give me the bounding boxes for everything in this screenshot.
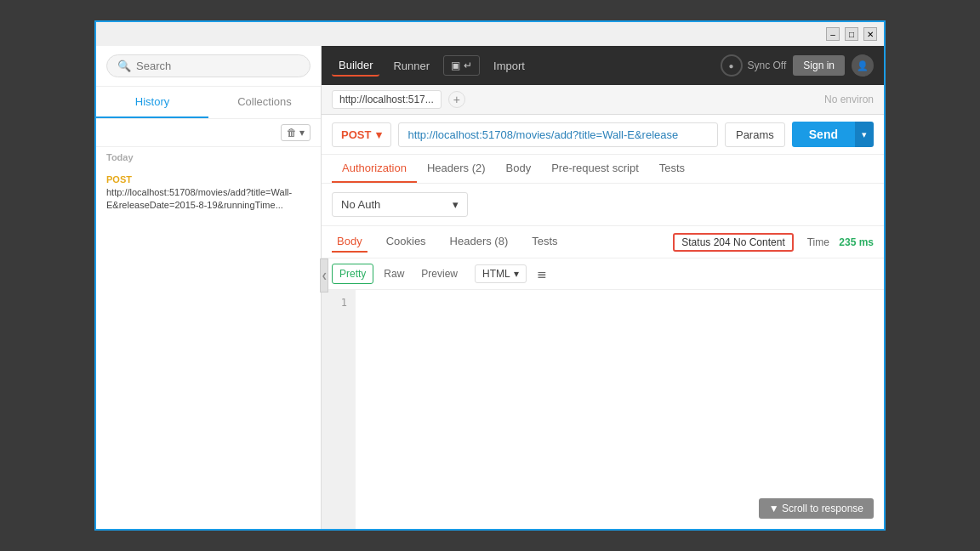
resp-tab-bar: Body Cookies Headers (8) Tests Status 20…: [322, 226, 884, 258]
url-bar: http://localhost:517... + No environ: [322, 85, 884, 115]
resp-tab-headers[interactable]: Headers (8): [445, 231, 514, 253]
sync-off-label: Sync Off: [748, 60, 787, 71]
add-tab-button[interactable]: +: [448, 91, 465, 108]
request-tabs: Authorization Headers (2) Body Pre-reque…: [322, 155, 884, 184]
auth-type-label: No Auth: [341, 198, 380, 211]
tab-headers[interactable]: Headers (2): [417, 155, 496, 183]
time-info: Time 235 ms: [807, 236, 874, 248]
params-button[interactable]: Params: [725, 122, 785, 147]
maximize-button[interactable]: □: [845, 27, 858, 41]
clear-history-button[interactable]: 🗑 ▾: [281, 124, 311, 141]
sidebar: 🔍 History Collections 🗑 ▾ Today POST h: [96, 46, 322, 529]
tab-pre-request-script[interactable]: Pre-request script: [541, 155, 649, 183]
tab-authorization[interactable]: Authorization: [332, 155, 417, 183]
status-value: 204 No Content: [714, 236, 785, 248]
sidebar-tab-history[interactable]: History: [96, 87, 208, 118]
import-button[interactable]: Import: [487, 56, 532, 76]
url-input[interactable]: [398, 122, 718, 147]
new-tab-icon: ▣: [451, 60, 460, 71]
minimize-button[interactable]: –: [826, 27, 840, 41]
no-environ-label: No environ: [824, 94, 874, 105]
time-label: Time: [807, 236, 829, 248]
body-view-preview[interactable]: Preview: [414, 264, 464, 283]
top-bar: Builder Runner ▣ ↵ Import ● Sync Off Sig…: [322, 46, 884, 85]
main-panel: Builder Runner ▣ ↵ Import ● Sync Off Sig…: [322, 46, 884, 529]
line-numbers: 1: [322, 290, 356, 529]
auth-type-select[interactable]: No Auth ▾: [332, 192, 468, 217]
response-area: Body Cookies Headers (8) Tests Status 20…: [322, 226, 884, 529]
search-input-wrap[interactable]: 🔍: [106, 54, 311, 77]
tab-body[interactable]: Body: [496, 155, 542, 183]
code-area: 1 ▼ Scroll to response: [322, 290, 884, 529]
close-button[interactable]: ✕: [863, 27, 877, 41]
search-icon: 🔍: [117, 60, 131, 72]
search-bar: 🔍: [96, 46, 321, 87]
sidebar-tabs: History Collections: [96, 87, 321, 119]
history-method: POST: [106, 174, 311, 185]
sidebar-collapse-handle[interactable]: ❮: [320, 258, 328, 293]
search-input[interactable]: [136, 60, 299, 72]
sidebar-tab-collections[interactable]: Collections: [208, 87, 321, 118]
resp-tab-tests[interactable]: Tests: [527, 231, 562, 253]
new-tab-button[interactable]: ▣ ↵: [443, 55, 480, 76]
history-section-label: Today: [96, 147, 321, 168]
wrap-icon[interactable]: ≣: [537, 267, 547, 281]
avatar[interactable]: 👤: [852, 54, 874, 77]
method-select[interactable]: POST ▾: [332, 122, 391, 147]
method-chevron-icon: ▾: [376, 128, 382, 141]
body-view-pretty[interactable]: Pretty: [332, 264, 373, 284]
status-badge: Status 204 No Content: [673, 233, 793, 252]
html-format-label: HTML: [482, 268, 510, 280]
send-button[interactable]: Send: [792, 122, 855, 147]
scroll-to-response-button[interactable]: ▼ Scroll to response: [759, 498, 874, 519]
auth-area: No Auth ▾: [322, 184, 884, 226]
resp-tab-cookies[interactable]: Cookies: [381, 231, 431, 253]
title-bar: – □ ✕: [96, 22, 884, 46]
request-area: POST ▾ Params Send ▾: [322, 115, 884, 155]
send-dropdown-button[interactable]: ▾: [855, 122, 874, 147]
sync-icon: ●: [721, 54, 743, 77]
request-tab-pill[interactable]: http://localhost:517...: [332, 90, 442, 109]
history-url: http://localhost:51708/movies/add?title=…: [106, 186, 311, 213]
app-window: – □ ✕ 🔍 History Collections 🗑 ▾: [94, 20, 886, 531]
sign-in-button[interactable]: Sign in: [793, 55, 845, 76]
line-number: 1: [322, 297, 347, 309]
enter-icon: ↵: [464, 60, 472, 71]
sync-area: ● Sync Off: [721, 54, 787, 77]
resp-tab-body[interactable]: Body: [332, 231, 368, 253]
tab-tests[interactable]: Tests: [649, 155, 695, 183]
time-value: 235 ms: [839, 236, 874, 248]
body-view-raw[interactable]: Raw: [377, 264, 411, 283]
method-label: POST: [341, 128, 371, 141]
status-label: Status: [681, 236, 710, 248]
body-view-tabs: Pretty Raw Preview HTML ▾ ≣: [322, 258, 884, 290]
send-btn-group: Send ▾: [792, 122, 874, 147]
list-item[interactable]: POST http://localhost:51708/movies/add?t…: [96, 168, 321, 219]
runner-tab[interactable]: Runner: [386, 56, 436, 76]
tab-url-label: http://localhost:517...: [339, 94, 434, 105]
code-content[interactable]: [356, 290, 884, 529]
builder-tab[interactable]: Builder: [332, 55, 379, 77]
sidebar-actions: 🗑 ▾: [96, 119, 321, 147]
html-chevron-icon: ▾: [514, 268, 519, 280]
html-format-select[interactable]: HTML ▾: [475, 264, 527, 283]
auth-chevron-icon: ▾: [453, 198, 459, 211]
